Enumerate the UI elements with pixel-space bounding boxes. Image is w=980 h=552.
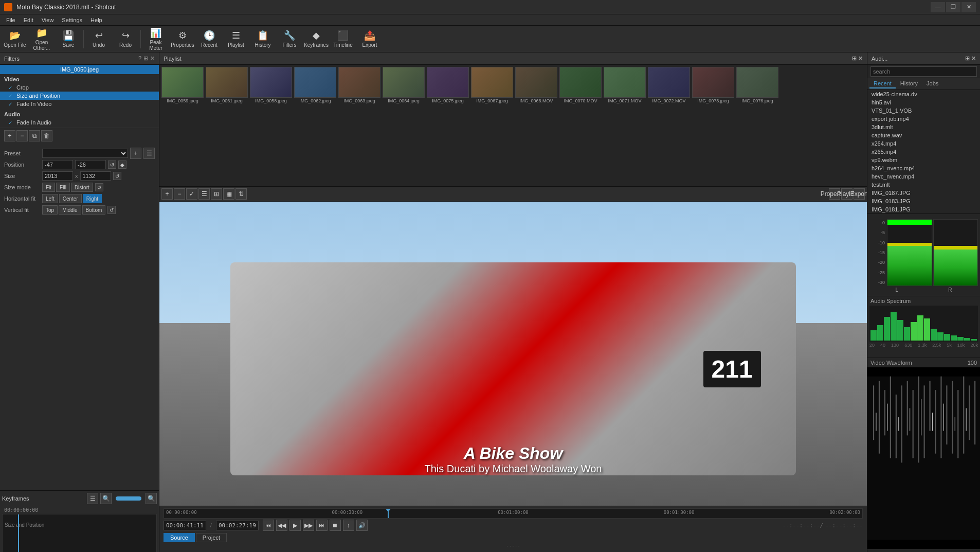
fit-button[interactable]: Fit (42, 183, 55, 192)
size-h-input[interactable] (80, 171, 111, 181)
playlist-item-0061[interactable]: IMG_0061.jpeg (206, 67, 248, 104)
playlist-item-0073[interactable]: IMG_0073.jpeg (692, 67, 734, 104)
menu-help[interactable]: Help (86, 16, 106, 24)
filter-expand-icon[interactable]: ⊞ (143, 55, 148, 62)
position-y-input[interactable] (75, 160, 106, 169)
filter-info-icon[interactable]: ? (138, 55, 141, 62)
search-input[interactable] (870, 66, 977, 77)
filter-size-position[interactable]: ✓ Size and Position (0, 92, 159, 100)
right-button[interactable]: Right (83, 194, 102, 203)
position-x-input[interactable] (42, 160, 73, 169)
filters-button[interactable]: 🔧 Filters (277, 27, 302, 51)
recent-item-12[interactable]: IMG_0187.JPG (867, 189, 980, 197)
recent-item-13[interactable]: IMG_0183.JPG (867, 197, 980, 205)
loop-button[interactable]: ↕ (343, 520, 354, 531)
center-button[interactable]: Center (59, 194, 82, 203)
delete-filter-button[interactable]: 🗑 (41, 130, 52, 141)
export-pl-button[interactable]: Export (854, 188, 865, 200)
size-mode-reset-button[interactable]: ↺ (95, 183, 103, 191)
pl-sort-button[interactable]: ⇅ (235, 188, 247, 200)
playlist-item-0064[interactable]: IMG_0064.jpeg (383, 67, 425, 104)
recent-item-6[interactable]: x264.mp4 (867, 139, 980, 148)
recent-item-8[interactable]: vp9.webm (867, 156, 980, 164)
save-button[interactable]: 💾 Save (56, 27, 81, 51)
next-frame-button[interactable]: ▶▶ (303, 520, 314, 531)
middle-button[interactable]: Middle (59, 205, 81, 215)
jobs-tab[interactable]: Jobs (922, 79, 942, 88)
redo-button[interactable]: ↪ Redo (113, 27, 138, 51)
recent-tab[interactable]: Recent (869, 79, 896, 88)
left-button[interactable]: Left (42, 194, 58, 203)
keyframes-timeline[interactable]: Size and Position (2, 514, 157, 552)
export-button[interactable]: 📤 Export (357, 27, 383, 51)
recent-item-10[interactable]: hevc_nvenc.mp4 (867, 172, 980, 181)
filter-fade-in-video[interactable]: ✓ Fade In Video (0, 100, 159, 108)
menu-file[interactable]: File (2, 16, 20, 24)
pl-filmstrip-button[interactable]: ▦ (223, 188, 234, 200)
audio-button[interactable]: 🔊 (356, 520, 368, 531)
undo-button[interactable]: ↩ Undo (86, 27, 112, 51)
recent-item-9[interactable]: h264_nvenc.mp4 (867, 164, 980, 172)
right-expand-icon[interactable]: ⊞ (965, 55, 970, 61)
playlist-item-0076[interactable]: IMG_0076.jpeg (736, 67, 778, 104)
properties-button[interactable]: ⚙ Properties (170, 27, 195, 51)
playlist-item-0058[interactable]: IMG_0058.jpeg (250, 67, 292, 104)
menu-edit[interactable]: Edit (20, 16, 38, 24)
size-w-input[interactable] (42, 171, 73, 181)
copy-filter-button[interactable]: ⧉ (29, 130, 40, 141)
kf-zoom-out-button[interactable]: 🔍 (146, 493, 157, 504)
remove-filter-button[interactable]: − (16, 130, 28, 141)
timeline-button[interactable]: ⬛ Timeline (330, 27, 356, 51)
size-reset-button[interactable]: ↺ (113, 172, 121, 180)
preview-scrubber[interactable]: 00:00:00:00 00:00:30:00 00:01:00:00 00:0… (164, 508, 863, 519)
add-filter-button[interactable]: + (4, 130, 15, 141)
playlist-item-0067[interactable]: IMG_0067.jpeg (471, 67, 513, 104)
playlist-item-0072[interactable]: IMG_0072.MOV (648, 67, 690, 104)
playlist-item-0070[interactable]: IMG_0070.MOV (559, 67, 602, 104)
playlist-expand-icon[interactable]: ⊞ (852, 55, 857, 61)
go-end-button[interactable]: ⏭ (316, 520, 328, 531)
filter-fade-in-audio[interactable]: ✓ Fade In Audio (0, 118, 159, 127)
pl-list-view-button[interactable]: ☰ (198, 188, 210, 200)
preset-add-button[interactable]: + (130, 148, 141, 159)
minimize-button[interactable]: — (931, 2, 945, 12)
recent-item-4[interactable]: 3dlut.mlt (867, 123, 980, 131)
playlist-item-0075[interactable]: IMG_0075.jpeg (427, 67, 469, 104)
filter-close-icon[interactable]: ✕ (150, 55, 155, 62)
right-close-icon[interactable]: ✕ (971, 55, 976, 61)
menu-settings[interactable]: Settings (58, 16, 86, 24)
open-file-button[interactable]: 📂 Open File (2, 27, 28, 51)
kf-zoom-in-button[interactable]: 🔍 (100, 493, 112, 504)
recent-item-5[interactable]: capture.wav (867, 131, 980, 139)
recent-item-11[interactable]: test.mlt (867, 181, 980, 189)
playlist-close-icon[interactable]: ✕ (858, 55, 863, 61)
vertical-fit-reset-button[interactable]: ↺ (107, 206, 116, 214)
recent-button[interactable]: 🕒 Recent (196, 27, 222, 51)
playlist-button[interactable]: ☰ Playlist (223, 27, 249, 51)
bottom-button[interactable]: Bottom (82, 205, 106, 215)
kf-zoom-slider[interactable] (116, 496, 141, 501)
stop-button[interactable]: ⏹ (330, 520, 341, 531)
playlist-item-0062[interactable]: IMG_0062.jpeg (294, 67, 336, 104)
maximize-button[interactable]: ❐ (946, 2, 960, 12)
playlist-item-0071[interactable]: IMG_0071.MOV (604, 67, 646, 104)
recent-item-1[interactable]: hin5.avi (867, 98, 980, 106)
preset-select[interactable] (42, 149, 128, 158)
top-button[interactable]: Top (42, 205, 58, 215)
project-tab[interactable]: Project (196, 533, 227, 542)
fill-button[interactable]: Fill (56, 183, 70, 192)
preset-options-button[interactable]: ☰ (143, 148, 155, 159)
menu-view[interactable]: View (38, 16, 58, 24)
recent-item-2[interactable]: VTS_01_1.VOB (867, 106, 980, 115)
peak-meter-button[interactable]: 📊 Peak Meter (143, 27, 169, 51)
pl-remove-button[interactable]: − (174, 188, 185, 200)
position-keyframe-button[interactable]: ◆ (118, 161, 126, 169)
go-start-button[interactable]: ⏮ (263, 520, 274, 531)
filter-crop[interactable]: ✓ Crop (0, 83, 159, 92)
playlist-item-0059[interactable]: IMG_0059.jpeg (161, 67, 204, 104)
playlist-item-0063[interactable]: IMG_0063.jpeg (338, 67, 380, 104)
playlist-item-0066[interactable]: IMG_0066.MOV (515, 67, 557, 104)
recent-item-14[interactable]: IMG_0181.JPG (867, 205, 980, 213)
source-tab[interactable]: Source (164, 533, 195, 542)
recent-item-7[interactable]: x265.mp4 (867, 148, 980, 156)
